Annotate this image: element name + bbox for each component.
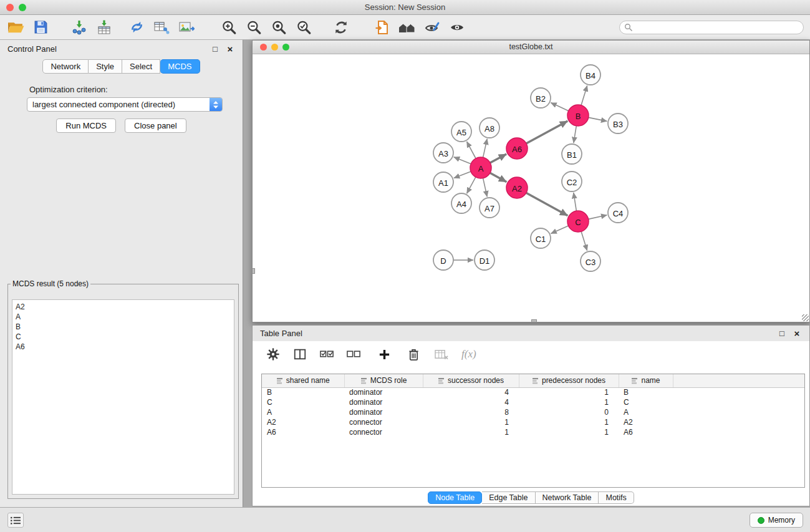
network-canvas[interactable]: B4B2BB3A8A5A6A3B1AC2A1A2A4A7C4CC1DD1C3: [253, 54, 809, 322]
network-node-B2[interactable]: B2: [531, 88, 551, 108]
network-node-A8[interactable]: A8: [480, 118, 499, 138]
table-row[interactable]: Adominator80A: [262, 407, 804, 417]
save-session-icon[interactable]: [30, 17, 51, 38]
float-panel-icon[interactable]: □: [210, 44, 220, 54]
network-node-B4[interactable]: B4: [581, 65, 600, 85]
network-close-button[interactable]: [260, 44, 267, 51]
network-edge-A-A8[interactable]: [483, 139, 488, 158]
network-node-A5[interactable]: A5: [451, 122, 471, 142]
zoom-fit-icon[interactable]: [268, 17, 289, 38]
home-icon[interactable]: [397, 17, 418, 38]
zoom-window-button[interactable]: [19, 4, 26, 11]
network-edge-A2-C[interactable]: [526, 193, 568, 216]
gear-icon[interactable]: [265, 346, 281, 362]
float-table-panel-icon[interactable]: □: [777, 329, 787, 338]
style-brush-eye-icon[interactable]: [422, 17, 443, 38]
table-row[interactable]: Cdominator41C: [262, 397, 804, 407]
network-edge-B-B3[interactable]: [589, 117, 607, 121]
network-edge-A-A2[interactable]: [490, 173, 507, 182]
mcds-result-list[interactable]: A2ABCA6: [12, 299, 234, 495]
network-node-B1[interactable]: B1: [562, 144, 582, 164]
network-edge-B-B1[interactable]: [574, 126, 576, 143]
tab-style[interactable]: Style: [89, 59, 122, 74]
tab-network-table[interactable]: Network Table: [536, 491, 599, 504]
network-node-D1[interactable]: D1: [475, 250, 494, 270]
optimization-criterion-dropdown[interactable]: largest connected component (directed): [27, 97, 223, 112]
network-edge-C-C4[interactable]: [589, 215, 607, 220]
add-icon[interactable]: [376, 346, 392, 362]
close-panel-icon[interactable]: ×: [225, 44, 235, 54]
network-node-C1[interactable]: C1: [531, 228, 551, 248]
network-edge-B-B4[interactable]: [581, 85, 587, 105]
column-header-successor-nodes[interactable]: successor nodes: [423, 374, 519, 387]
column-header-shared-name[interactable]: shared name: [262, 374, 344, 387]
close-panel-button[interactable]: Close panel: [125, 118, 186, 133]
dropdown-stepper-icon[interactable]: [210, 98, 222, 111]
task-history-icon[interactable]: [7, 513, 24, 528]
column-header-name[interactable]: name: [619, 374, 673, 387]
table-row[interactable]: Bdominator41B: [262, 387, 804, 397]
close-window-button[interactable]: [6, 4, 14, 11]
columns-icon[interactable]: [292, 346, 308, 362]
network-edge-A-A6[interactable]: [490, 154, 506, 163]
network-node-A2[interactable]: A2: [506, 177, 528, 198]
mcds-result-item[interactable]: B: [16, 322, 231, 332]
column-header-MCDS-role[interactable]: MCDS role: [344, 374, 423, 387]
unselect-all-icon[interactable]: [345, 346, 362, 362]
resize-handle-left[interactable]: [252, 268, 255, 274]
network-edge-A-A1[interactable]: [454, 172, 471, 178]
tab-select[interactable]: Select: [122, 59, 160, 74]
document-export-icon[interactable]: [372, 17, 393, 38]
export-image-icon[interactable]: [176, 17, 197, 38]
mcds-result-item[interactable]: A2: [16, 302, 231, 312]
network-node-A4[interactable]: A4: [451, 193, 471, 213]
refresh-icon[interactable]: [330, 17, 352, 38]
network-node-A3[interactable]: A3: [433, 143, 453, 163]
network-node-A7[interactable]: A7: [480, 198, 499, 218]
network-zoom-button[interactable]: [282, 44, 289, 51]
import-network-icon[interactable]: [69, 17, 90, 38]
node-table[interactable]: shared nameMCDS rolesuccessor nodesprede…: [261, 374, 805, 488]
resize-handle-corner[interactable]: [802, 314, 809, 321]
network-node-B[interactable]: B: [567, 105, 589, 126]
network-edge-A-A3[interactable]: [454, 157, 471, 164]
import-table-icon[interactable]: [94, 17, 115, 38]
trash-icon[interactable]: [405, 346, 422, 362]
network-node-A6[interactable]: A6: [506, 138, 528, 159]
network-edge-C-C1[interactable]: [551, 226, 568, 234]
mcds-result-item[interactable]: A6: [16, 342, 231, 352]
run-mcds-button[interactable]: Run MCDS: [56, 118, 116, 133]
column-header-predecessor-nodes[interactable]: predecessor nodes: [519, 374, 619, 387]
network-node-C2[interactable]: C2: [562, 172, 582, 191]
tab-edge-table[interactable]: Edge Table: [482, 491, 535, 504]
network-node-A1[interactable]: A1: [433, 172, 453, 192]
network-edge-C-C3[interactable]: [581, 231, 587, 251]
tab-mcds[interactable]: MCDS: [160, 59, 200, 74]
tab-node-table[interactable]: Node Table: [428, 491, 482, 504]
network-minimize-button[interactable]: [271, 44, 278, 51]
network-edge-A-A4[interactable]: [467, 177, 476, 193]
network-table-icon[interactable]: [151, 17, 172, 38]
network-edge-A-A5[interactable]: [467, 142, 476, 158]
memory-button[interactable]: Memory: [750, 513, 803, 528]
zoom-in-icon[interactable]: [218, 17, 239, 38]
select-all-icon[interactable]: [319, 346, 335, 362]
network-node-D[interactable]: D: [433, 250, 453, 270]
search-input[interactable]: [619, 21, 804, 34]
network-node-A[interactable]: A: [470, 157, 491, 178]
tab-network[interactable]: Network: [42, 59, 89, 74]
network-edge-A-A7[interactable]: [483, 178, 488, 197]
network-edge-A6-B[interactable]: [526, 121, 567, 143]
network-node-B3[interactable]: B3: [608, 114, 628, 133]
network-node-C3[interactable]: C3: [581, 251, 600, 271]
resize-handle-bottom[interactable]: [531, 319, 537, 322]
open-file-icon[interactable]: [5, 17, 26, 38]
close-table-panel-icon[interactable]: ×: [792, 328, 802, 339]
tab-motifs[interactable]: Motifs: [599, 491, 634, 504]
network-edge-C-C2[interactable]: [574, 193, 577, 211]
mcds-result-item[interactable]: A: [16, 312, 231, 322]
mcds-result-item[interactable]: C: [16, 332, 231, 342]
zoom-selected-icon[interactable]: [293, 17, 314, 38]
network-node-C4[interactable]: C4: [608, 203, 628, 223]
network-arrows-icon[interactable]: [126, 17, 147, 38]
